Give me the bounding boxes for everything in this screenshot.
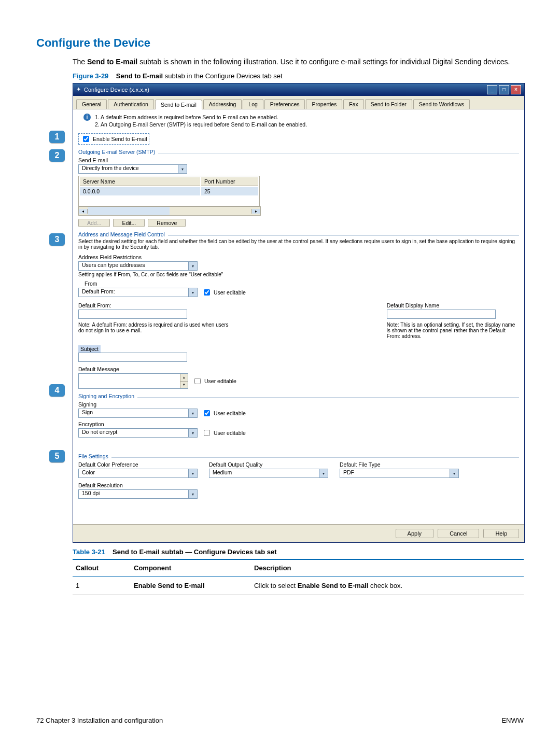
scroll-right-icon[interactable]: ▸ (251, 209, 260, 214)
checkbox-input[interactable] (194, 378, 201, 384)
tab-addressing[interactable]: Addressing (203, 99, 242, 109)
tab-general[interactable]: General (76, 99, 107, 109)
user-editable-label: User editable (214, 410, 246, 416)
tab-log[interactable]: Log (243, 99, 263, 109)
info-line-2: 2. An Outgoing E-mail Server (SMTP) is r… (95, 121, 307, 128)
filetype-select[interactable]: PDF ▾ (340, 469, 459, 478)
apply-button[interactable]: Apply (396, 529, 434, 538)
h-scrollbar[interactable]: ◂ ▸ (78, 206, 261, 216)
port-value: 25 (201, 187, 258, 195)
signing-label: Signing (78, 401, 519, 407)
default-display-note: Note: This is an optional setting. If se… (387, 322, 519, 339)
checkbox-input[interactable] (204, 430, 210, 436)
tab-preferences[interactable]: Preferences (264, 99, 305, 109)
chevron-down-icon: ▾ (188, 288, 197, 297)
encryption-label: Encryption (78, 421, 519, 427)
server-name-value: 0.0.0.0 (80, 187, 200, 195)
intro-text: The Send to E-mail subtab is shown in th… (73, 57, 524, 67)
resolution-select[interactable]: 150 dpi ▾ (78, 489, 198, 499)
scroll-left-icon[interactable]: ◂ (79, 209, 88, 214)
encryption-select[interactable]: Do not encrypt ▾ (78, 428, 198, 438)
desc-pre: Click to select (254, 582, 298, 589)
tab-strip: General Authentication Send to E-mail Ad… (73, 96, 524, 109)
signing-user-editable-checkbox[interactable]: User editable (202, 409, 246, 418)
maximize-icon[interactable]: □ (499, 85, 509, 94)
default-message-input[interactable]: ▴▾ (78, 373, 188, 389)
desc-post: check box. (368, 582, 402, 589)
file-settings-group-label: File Settings (78, 453, 111, 459)
help-button[interactable]: Help (483, 529, 519, 538)
info-text: 1. A default From address is required be… (95, 114, 307, 128)
table-caption: Table 3-21 Send to E-mail subtab — Confi… (73, 548, 524, 556)
spin-up-icon[interactable]: ▴ (180, 374, 188, 382)
encryption-user-editable-checkbox[interactable]: User editable (202, 428, 246, 438)
chevron-down-icon: ▾ (319, 469, 328, 477)
intro-bold: Send to E-mail (87, 58, 137, 66)
default-from-note: Note: A default From: address is require… (78, 322, 231, 333)
checkbox-input[interactable] (204, 289, 210, 296)
encryption-value: Do not encrypt (80, 429, 117, 435)
table-number: Table 3-21 (73, 548, 105, 556)
default-from-input[interactable] (78, 310, 187, 319)
add-button[interactable]: Add... (78, 219, 110, 227)
figure-rest: subtab in the Configure Devices tab set (163, 72, 283, 80)
port-header: Port Number (201, 177, 258, 186)
th-callout: Callout (73, 559, 131, 577)
table-row[interactable]: 0.0.0.0 25 (80, 187, 258, 195)
chevron-down-icon: ▾ (188, 429, 197, 437)
table-row: 1 Enable Send to E-mail Click to select … (73, 576, 524, 595)
cancel-button[interactable]: Cancel (438, 529, 479, 538)
user-editable-label: User editable (204, 378, 236, 384)
footer-right: ENWW (501, 716, 524, 724)
quality-label: Default Output Quality (209, 461, 333, 468)
send-email-value: Directly from the device (80, 165, 139, 171)
callout-1: 1 (49, 131, 65, 143)
figure-bold: Send to E-mail (116, 72, 163, 80)
addr-restrictions-select[interactable]: Users can type addresses ▾ (78, 261, 198, 271)
tab-authentication[interactable]: Authentication (108, 99, 154, 109)
color-pref-select[interactable]: Color ▾ (78, 469, 198, 478)
desc-bold: Enable Send to E-mail (298, 582, 369, 589)
enable-label: Enable Send to E-mail (93, 136, 147, 142)
spin-down-icon[interactable]: ▾ (180, 382, 188, 389)
checkbox-input[interactable] (204, 410, 210, 416)
tab-send-to-email[interactable]: Send to E-mail (155, 100, 202, 109)
intro-pre: The (73, 58, 87, 66)
tab-send-to-workflows[interactable]: Send to Workflows (413, 99, 470, 109)
chevron-down-icon: ▾ (188, 469, 197, 477)
signing-select[interactable]: Sign ▾ (78, 409, 198, 418)
remove-button[interactable]: Remove (148, 219, 186, 227)
footer-left: 72 Chapter 3 Installation and configurat… (36, 716, 163, 724)
from-value: Default From: (80, 288, 115, 294)
table-title: Send to E-mail subtab — Configure Device… (113, 548, 276, 556)
resolution-value: 150 dpi (80, 490, 100, 496)
default-display-input[interactable] (387, 310, 496, 319)
intro-post: subtab is shown in the following illustr… (137, 58, 510, 66)
minimize-icon[interactable]: _ (487, 85, 497, 94)
tab-fax[interactable]: Fax (343, 99, 364, 109)
enable-send-to-email-checkbox[interactable]: Enable Send to E-mail (78, 133, 149, 145)
edit-button[interactable]: Edit... (113, 219, 145, 227)
from-select[interactable]: Default From: ▾ (78, 288, 198, 297)
tab-send-to-folder[interactable]: Send to Folder (365, 99, 412, 109)
send-email-select[interactable]: Directly from the device ▾ (78, 164, 187, 174)
default-from-label: Default From: (78, 302, 231, 308)
tab-properties[interactable]: Properties (306, 99, 342, 109)
message-user-editable-checkbox[interactable]: User editable (192, 376, 236, 386)
screenshot: 1 2 3 4 5 ✦ Configure Device (x.x.x.x) _… (73, 83, 524, 543)
addr-applies-text: Setting applies if From, To, Cc, or Bcc … (78, 272, 519, 277)
from-user-editable-checkbox[interactable]: User editable (202, 288, 246, 297)
subject-label: Subject (78, 345, 101, 353)
signing-value: Sign (80, 409, 93, 415)
quality-value: Medium (211, 469, 232, 475)
row-component: Enable Send to E-mail (134, 582, 205, 589)
smtp-group-label: Outgoing E-mail Server (SMTP) (78, 149, 158, 155)
quality-select[interactable]: Medium ▾ (209, 469, 328, 478)
chevron-down-icon: ▾ (178, 165, 187, 173)
enable-checkbox-input[interactable] (83, 136, 89, 142)
default-message-label: Default Message (78, 366, 519, 372)
close-icon[interactable]: × (511, 85, 521, 94)
callout-table: Callout Component Description 1 Enable S… (73, 559, 524, 595)
subject-input[interactable] (78, 353, 187, 362)
default-display-label: Default Display Name (387, 302, 519, 308)
